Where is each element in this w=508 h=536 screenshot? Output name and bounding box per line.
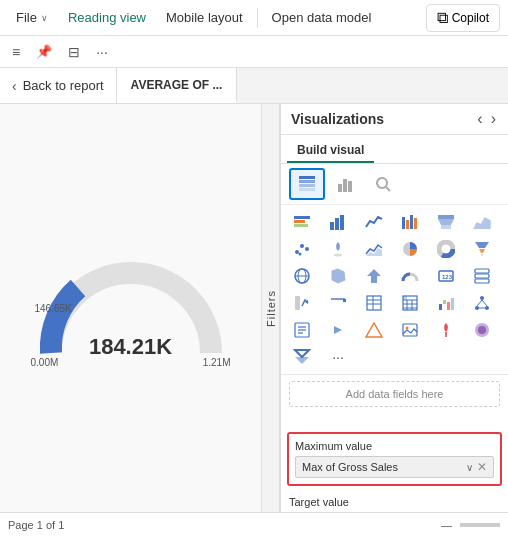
viz-nav-left[interactable]: ‹ — [475, 110, 484, 128]
status-right: — — [441, 519, 500, 531]
svg-point-7 — [377, 178, 387, 188]
viz-icon-pin[interactable] — [431, 317, 461, 343]
pin-icon[interactable]: 📌 — [32, 42, 56, 61]
viz-icon-gauge[interactable] — [395, 263, 425, 289]
filter-icon[interactable]: ⊟ — [64, 42, 84, 62]
viz-icon-ribbon[interactable] — [431, 209, 461, 235]
viz-icon-arrow[interactable] — [359, 263, 389, 289]
toolbar: ≡ 📌 ⊟ ··· — [0, 36, 508, 68]
viz-nav-right[interactable]: › — [489, 110, 498, 128]
viz-icon-line-area[interactable] — [359, 236, 389, 262]
svg-rect-3 — [299, 188, 315, 191]
viz-icon-network[interactable] — [467, 290, 497, 316]
active-tab[interactable]: AVERAGE OF ... — [117, 68, 238, 103]
page-indicator: Page 1 of 1 — [8, 519, 64, 531]
viz-icon-shape[interactable] — [359, 317, 389, 343]
viz-type-search-icon[interactable] — [365, 168, 401, 200]
svg-marker-20 — [438, 219, 454, 225]
svg-rect-5 — [343, 179, 347, 192]
menu-reading-view[interactable]: Reading view — [60, 6, 154, 29]
viz-icon-pie[interactable] — [395, 236, 425, 262]
svg-marker-32 — [481, 254, 483, 257]
target-section: Target value — [281, 492, 508, 512]
svg-rect-21 — [441, 225, 451, 229]
svg-rect-4 — [338, 184, 342, 192]
menu-mobile-layout[interactable]: Mobile layout — [158, 6, 251, 29]
filters-panel[interactable]: Filters — [262, 104, 280, 512]
viz-icon-globe[interactable] — [287, 263, 317, 289]
svg-rect-60 — [447, 302, 450, 310]
svg-marker-72 — [334, 326, 342, 334]
svg-rect-9 — [294, 216, 310, 219]
chip-close-icon[interactable]: ✕ — [477, 460, 487, 474]
report-area: 146.65K 184.21K 0.00M 1.21M — [0, 104, 262, 512]
viz-icon-line-chart[interactable] — [359, 209, 389, 235]
more-options-icon[interactable]: ··· — [92, 42, 112, 62]
viz-type-table-icon[interactable] — [289, 168, 325, 200]
viz-icon-donut[interactable] — [431, 236, 461, 262]
viz-icon-kpi[interactable] — [287, 290, 317, 316]
viz-icon-multirow-card[interactable] — [467, 263, 497, 289]
svg-rect-47 — [367, 296, 381, 310]
viz-icon-text-box[interactable] — [287, 317, 317, 343]
svg-rect-1 — [299, 180, 315, 183]
viz-icon-waterfall[interactable] — [431, 290, 461, 316]
viz-icon-clustered-bar[interactable] — [395, 209, 425, 235]
viz-type-bar-icon[interactable] — [327, 168, 363, 200]
svg-rect-41 — [475, 274, 489, 278]
svg-rect-40 — [475, 269, 489, 273]
viz-icon-more[interactable]: ··· — [323, 344, 353, 370]
svg-rect-18 — [414, 218, 417, 229]
viz-icon-purple-shape[interactable] — [467, 317, 497, 343]
copilot-icon: ⧉ — [437, 9, 448, 27]
viz-icon-image[interactable] — [395, 317, 425, 343]
menu-open-data-model[interactable]: Open data model — [264, 6, 380, 29]
viz-icon-table[interactable] — [359, 290, 389, 316]
hamburger-icon[interactable]: ≡ — [8, 42, 24, 62]
viz-icon-funnel[interactable] — [467, 236, 497, 262]
svg-point-75 — [406, 327, 409, 330]
visualizations-panel: Visualizations ‹ › Build visual — [280, 104, 508, 512]
svg-rect-19 — [438, 215, 454, 219]
menu-file[interactable]: File ∨ — [8, 6, 56, 29]
viz-icon-bar-chart[interactable] — [323, 209, 353, 235]
svg-point-23 — [300, 244, 304, 248]
zoom-minus-icon[interactable]: — — [441, 519, 452, 531]
copilot-button[interactable]: ⧉ Copilot — [426, 4, 500, 32]
viz-nav: ‹ › — [475, 110, 498, 128]
menu-bar: File ∨ Reading view Mobile layout Open d… — [0, 0, 508, 36]
svg-marker-30 — [475, 242, 489, 248]
chip-caret-icon[interactable]: ∨ — [466, 462, 473, 473]
svg-rect-6 — [348, 181, 352, 192]
main-layout: 146.65K 184.21K 0.00M 1.21M Filters Visu… — [0, 104, 508, 512]
viz-icon-area-chart[interactable] — [467, 209, 497, 235]
viz-icon-map[interactable] — [323, 236, 353, 262]
build-visual-tab[interactable]: Build visual — [287, 139, 374, 163]
svg-marker-37 — [367, 269, 381, 283]
svg-rect-16 — [406, 220, 409, 229]
gauge-chart: 146.65K 184.21K 0.00M 1.21M — [10, 144, 251, 472]
svg-marker-31 — [479, 249, 485, 253]
svg-rect-13 — [335, 218, 339, 230]
viz-icon-filled-map[interactable] — [323, 263, 353, 289]
target-value-label: Target value — [289, 496, 500, 508]
field-chip-actions: ∨ ✕ — [466, 460, 487, 474]
viz-icon-stacked-bar[interactable] — [287, 209, 317, 235]
viz-icon-scatter[interactable] — [287, 236, 317, 262]
menu-separator — [257, 8, 258, 28]
gauge-value: 184.21K — [89, 334, 172, 360]
svg-rect-10 — [294, 220, 305, 223]
viz-icon-matrix[interactable] — [395, 290, 425, 316]
viz-icon-button[interactable] — [323, 317, 353, 343]
svg-point-22 — [295, 250, 299, 254]
svg-marker-79 — [295, 350, 309, 357]
max-value-field-text: Max of Gross Sales — [302, 461, 398, 473]
back-to-report-button[interactable]: ‹ Back to report — [0, 68, 117, 103]
tab-bar: ‹ Back to report AVERAGE OF ... — [0, 68, 508, 104]
gauge-side-label: 146.65K — [35, 303, 72, 314]
viz-icon-card[interactable]: 123 — [431, 263, 461, 289]
svg-rect-58 — [439, 304, 442, 310]
viz-icon-slicer[interactable] — [323, 290, 353, 316]
viz-icon-expand[interactable] — [287, 344, 317, 370]
gauge-svg: 146.65K 184.21K 0.00M 1.21M — [31, 248, 231, 368]
